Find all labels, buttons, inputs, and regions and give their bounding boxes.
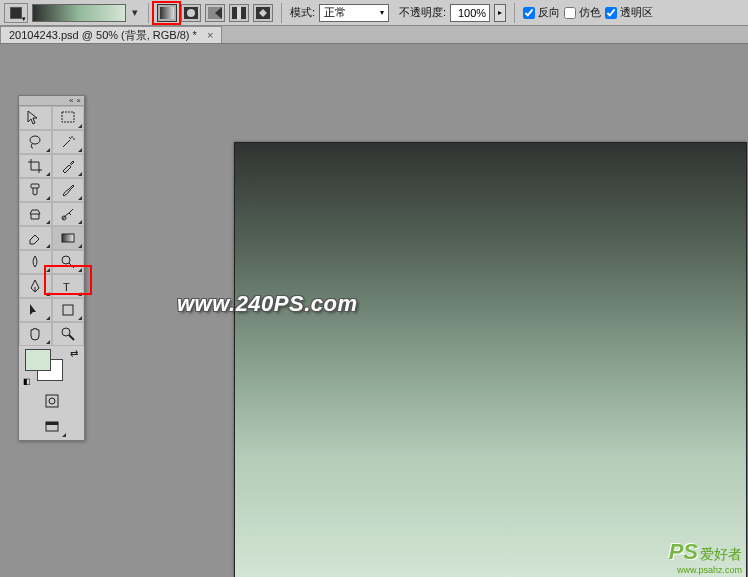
opacity-value: 100% <box>458 7 486 19</box>
svg-point-17 <box>49 398 55 404</box>
quick-mask-row <box>19 388 84 414</box>
clone-stamp-tool[interactable] <box>19 202 52 226</box>
svg-rect-14 <box>63 305 73 315</box>
document-tab[interactable]: 20104243.psd @ 50% (背景, RGB/8) * × <box>0 26 222 43</box>
hand-tool[interactable] <box>19 322 52 346</box>
transparency-label: 透明区 <box>620 5 653 20</box>
separator <box>148 3 149 23</box>
watermark-corner: PS 爱好者 www.psahz.com <box>669 539 742 575</box>
separator <box>514 3 515 23</box>
dither-label: 仿色 <box>579 5 601 20</box>
screen-mode-toggle[interactable] <box>37 416 67 438</box>
dither-checkbox[interactable] <box>564 7 576 19</box>
transparency-checkbox[interactable] <box>605 7 617 19</box>
opacity-label: 不透明度: <box>399 5 446 20</box>
foreground-color-swatch[interactable] <box>25 349 51 371</box>
opacity-slider-arrow[interactable]: ▸ <box>494 4 506 22</box>
svg-rect-11 <box>62 234 74 242</box>
svg-point-2 <box>187 9 195 17</box>
crop-tool[interactable] <box>19 154 52 178</box>
opacity-field[interactable]: 100% <box>450 4 490 22</box>
pen-tool[interactable] <box>19 274 52 298</box>
lasso-tool[interactable] <box>19 130 52 154</box>
mode-value: 正常 <box>324 5 346 20</box>
watermark-logo: PS <box>669 539 698 565</box>
healing-brush-tool[interactable] <box>19 178 52 202</box>
svg-rect-0 <box>160 7 174 19</box>
svg-text:T: T <box>63 281 70 293</box>
svg-rect-7 <box>62 112 74 122</box>
tools-panel: « × T ⇄ ◧ <box>18 95 85 441</box>
history-brush-tool[interactable] <box>52 202 85 226</box>
screen-mode-row <box>19 414 84 440</box>
type-tool[interactable]: T <box>52 274 85 298</box>
path-selection-tool[interactable] <box>19 298 52 322</box>
document-tab-bar: 20104243.psd @ 50% (背景, RGB/8) * × <box>0 26 748 44</box>
gradient-tool[interactable] <box>52 226 85 250</box>
shape-tool[interactable] <box>52 298 85 322</box>
gradient-preview[interactable] <box>32 4 126 22</box>
mode-label: 模式: <box>290 5 315 20</box>
reverse-checkbox[interactable] <box>523 7 535 19</box>
close-tab-icon[interactable]: × <box>207 29 213 41</box>
svg-point-8 <box>30 136 40 144</box>
close-icon[interactable]: × <box>76 96 81 105</box>
blur-tool[interactable] <box>19 250 52 274</box>
color-swatches: ⇄ ◧ <box>19 346 84 388</box>
gradient-picker-arrow[interactable]: ▾ <box>130 4 140 22</box>
dropdown-arrow-icon: ▾ <box>380 8 384 17</box>
tools-panel-header[interactable]: « × <box>19 96 84 106</box>
canvas[interactable] <box>234 142 747 577</box>
blend-mode-dropdown[interactable]: 正常 ▾ <box>319 4 389 22</box>
eyedropper-tool[interactable] <box>52 154 85 178</box>
watermark-url: www.psahz.com <box>669 565 742 575</box>
linear-gradient-button[interactable] <box>157 4 177 22</box>
svg-rect-19 <box>46 422 58 425</box>
reverse-label: 反向 <box>538 5 560 20</box>
options-bar: ▾ ▾ 模式: 正常 ▾ 不透明度: 100% ▸ 反向 仿色 透明区 <box>0 0 748 26</box>
svg-point-15 <box>62 328 70 336</box>
move-tool[interactable] <box>19 106 52 130</box>
quick-mask-toggle[interactable] <box>37 390 67 412</box>
collapse-icon[interactable]: « <box>69 96 73 105</box>
reflected-gradient-button[interactable] <box>229 4 249 22</box>
watermark-center: www.240PS.com <box>177 291 358 317</box>
radial-gradient-button[interactable] <box>181 4 201 22</box>
separator <box>281 3 282 23</box>
brush-tool[interactable] <box>52 178 85 202</box>
watermark-text: 爱好者 <box>700 546 742 564</box>
zoom-tool[interactable] <box>52 322 85 346</box>
document-title: 20104243.psd @ 50% (背景, RGB/8) * <box>9 28 197 43</box>
svg-rect-9 <box>31 184 39 188</box>
angle-gradient-button[interactable] <box>205 4 225 22</box>
tool-preset-picker[interactable]: ▾ <box>4 3 28 23</box>
magic-wand-tool[interactable] <box>52 130 85 154</box>
svg-point-12 <box>62 256 70 264</box>
default-colors-icon[interactable]: ◧ <box>23 377 31 386</box>
eraser-tool[interactable] <box>19 226 52 250</box>
svg-rect-16 <box>46 395 58 407</box>
dodge-tool[interactable] <box>52 250 85 274</box>
marquee-tool[interactable] <box>52 106 85 130</box>
svg-rect-5 <box>237 7 241 19</box>
swap-colors-icon[interactable]: ⇄ <box>70 348 78 359</box>
diamond-gradient-button[interactable] <box>253 4 273 22</box>
